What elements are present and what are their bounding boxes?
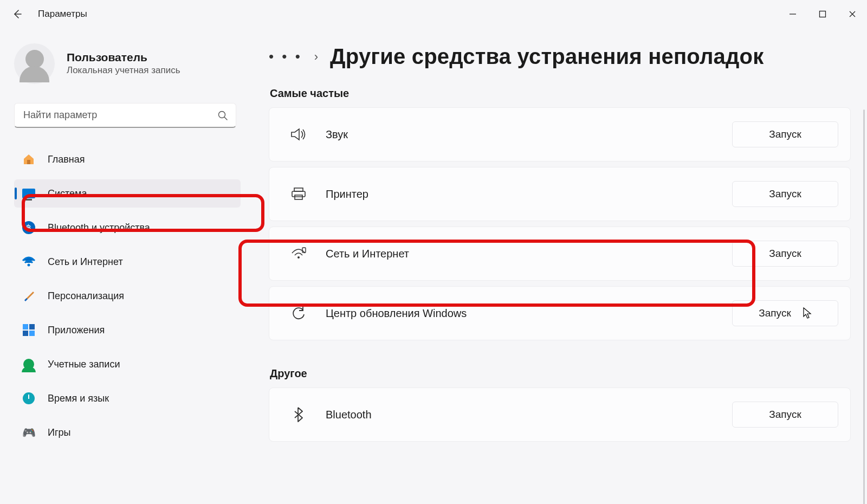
troubleshooter-label: Сеть и Интернет [326, 248, 732, 260]
back-button[interactable] [12, 9, 23, 20]
search-box[interactable] [14, 103, 236, 128]
system-icon [22, 186, 36, 201]
minimize-icon [789, 10, 797, 18]
troubleshooter-row-sound: Звук Запуск [269, 107, 851, 161]
svg-rect-7 [294, 188, 303, 191]
troubleshooter-label: Принтер [326, 188, 732, 201]
network-icon [287, 247, 310, 261]
sound-icon [287, 127, 310, 141]
sidebar-item-label: Bluetooth и устройства [48, 222, 150, 234]
svg-line-4 [224, 117, 227, 120]
sidebar-item-label: Время и язык [48, 393, 109, 404]
sidebar-item-personalization[interactable]: Персонализация [14, 282, 241, 310]
bluetooth-icon: ฿ [22, 221, 36, 235]
troubleshooter-label: Звук [326, 128, 732, 141]
breadcrumb: • • • › Другие средства устранения непол… [269, 44, 851, 69]
sidebar-item-label: Персонализация [48, 290, 124, 302]
run-button-label: Запуск [759, 307, 791, 319]
breadcrumb-more[interactable]: • • • [269, 48, 302, 65]
bluetooth-icon [287, 406, 310, 423]
sidebar: Пользователь Локальная учетная запись Гл… [0, 28, 249, 504]
search-icon [217, 110, 228, 121]
close-button[interactable] [837, 3, 867, 25]
sidebar-item-label: Сеть и Интернет [48, 256, 123, 268]
run-button[interactable]: Запуск [732, 402, 838, 428]
sidebar-item-label: Приложения [48, 325, 105, 336]
sidebar-item-bluetooth[interactable]: ฿ Bluetooth и устройства [14, 214, 241, 242]
sidebar-item-accounts[interactable]: Учетные записи [14, 350, 241, 378]
avatar [14, 43, 55, 84]
sidebar-item-system[interactable]: Система [14, 179, 241, 208]
sidebar-item-gaming[interactable]: 🎮 Игры [14, 418, 241, 447]
section-title-frequent: Самые частые [270, 87, 851, 100]
run-button[interactable]: Запуск [732, 241, 838, 267]
app-title: Параметры [38, 9, 87, 20]
troubleshooter-label: Bluetooth [326, 409, 732, 421]
svg-point-10 [297, 256, 300, 259]
minimize-button[interactable] [778, 3, 807, 25]
sidebar-item-apps[interactable]: Приложения [14, 316, 241, 344]
sidebar-item-label: Учетные записи [48, 359, 120, 370]
svg-rect-9 [295, 195, 302, 199]
sidebar-item-label: Система [48, 188, 87, 199]
paintbrush-icon [22, 289, 36, 303]
run-button[interactable]: Запуск [732, 181, 838, 207]
chevron-right-icon: › [314, 50, 318, 64]
user-name: Пользователь [67, 51, 180, 64]
troubleshooter-row-printer: Принтер Запуск [269, 167, 851, 221]
troubleshooter-row-bluetooth: Bluetooth Запуск [269, 387, 851, 442]
person-icon [22, 357, 36, 371]
wifi-icon [22, 255, 36, 269]
run-button[interactable]: Запуск [732, 300, 838, 326]
main-content: • • • › Другие средства устранения непол… [249, 28, 867, 504]
arrow-left-icon [12, 9, 23, 20]
maximize-icon [819, 10, 826, 18]
sidebar-item-time[interactable]: Время и язык [14, 384, 241, 412]
apps-icon [22, 323, 36, 337]
user-card[interactable]: Пользователь Локальная учетная запись [14, 39, 240, 88]
section-title-other: Другое [270, 367, 851, 380]
troubleshooter-label: Центр обновления Windows [326, 307, 732, 320]
troubleshooter-row-update: Центр обновления Windows Запуск [269, 286, 851, 340]
printer-icon [287, 187, 310, 201]
update-icon [287, 306, 310, 321]
sidebar-item-label: Главная [48, 154, 85, 165]
svg-rect-8 [292, 191, 305, 197]
cursor-icon [803, 307, 812, 319]
sidebar-item-home[interactable]: Главная [14, 145, 241, 173]
home-icon [22, 152, 36, 166]
run-button[interactable]: Запуск [732, 121, 838, 147]
svg-rect-5 [27, 160, 30, 164]
svg-rect-2 [819, 11, 825, 17]
sidebar-item-network[interactable]: Сеть и Интернет [14, 248, 241, 276]
title-bar: Параметры [0, 0, 867, 28]
window-controls [778, 3, 867, 25]
svg-point-6 [28, 264, 30, 267]
maximize-button[interactable] [807, 3, 837, 25]
gamepad-icon: 🎮 [22, 425, 36, 440]
close-icon [849, 10, 856, 18]
search-input[interactable] [23, 109, 217, 121]
scrollbar[interactable] [863, 109, 865, 504]
page-title: Другие средства устранения неполадок [330, 44, 764, 69]
troubleshooter-row-network: Сеть и Интернет Запуск [269, 227, 851, 281]
sidebar-item-label: Игры [48, 427, 70, 438]
user-subtitle: Локальная учетная запись [67, 65, 180, 76]
clock-icon [22, 391, 36, 405]
